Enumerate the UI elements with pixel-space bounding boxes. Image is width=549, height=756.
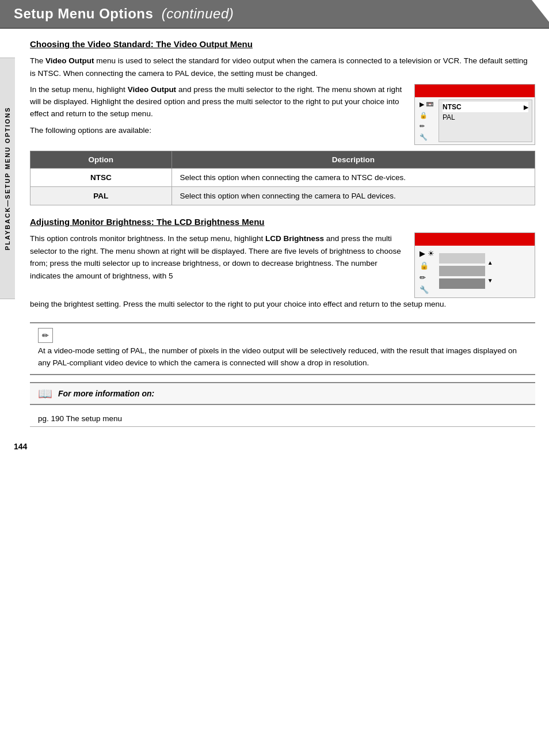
camera-ui-video-output: ▶ 📼 🔒 ✏ 🔧 (414, 84, 535, 145)
brightness-down-arrow[interactable]: ▼ (487, 277, 493, 284)
wrench-icon: 🔧 (420, 133, 428, 141)
lock-icon: 🔒 (420, 112, 428, 119)
brightness-arrows: ▲ ▼ (487, 259, 493, 284)
brightness-icon-pencil: ✏ (420, 273, 434, 282)
section1-para3: The following options are available: (30, 125, 405, 137)
note-text: At a video-mode setting of PAL, the numb… (38, 345, 527, 369)
sidebar-label: PLAYBACK—SETUP MENU OPTIONS (0, 58, 15, 299)
brightness-icons: ▶ ☀ 🔒 ✏ 🔧 (417, 248, 437, 295)
sidebar-label-text: PLAYBACK—SETUP MENU OPTIONS (4, 106, 11, 250)
more-info-box: 📖 For more information on: (30, 382, 535, 405)
icon-row-wrench: 🔧 (420, 133, 434, 141)
camera-ui-brightness: ▶ ☀ 🔒 ✏ 🔧 (414, 232, 535, 298)
ref-text: pg. 190 The setup menu (38, 414, 122, 423)
table-header-option: Option (30, 151, 172, 169)
page-number-text: 144 (14, 442, 27, 451)
brightness-lock-icon: 🔒 (420, 261, 429, 270)
section1-para2: In the setup menu, highlight Video Outpu… (30, 84, 405, 120)
brightness-pencil-icon: ✏ (420, 273, 426, 282)
options-table: Option Description NTSC Select this opti… (30, 151, 535, 205)
play-icon: ▶ (420, 101, 424, 108)
main-content: Choosing the Video Standard: The Video O… (16, 39, 549, 438)
section2-title-text: Adjusting Monitor Brightness: The LCD Br… (30, 217, 265, 227)
brightness-up-arrow[interactable]: ▲ (487, 259, 493, 266)
section1-para2-text: In the setup menu, highlight Video Outpu… (30, 84, 405, 137)
more-info-label: For more information on: (58, 389, 154, 398)
page-header: Setup Menu Options (continued) (0, 0, 549, 28)
brightness-icon-lock: 🔒 (420, 261, 434, 270)
ref-line: pg. 190 The setup menu (30, 411, 535, 427)
brightness-bar-1 (439, 253, 485, 264)
table-cell-desc-pal: Select this option when connecting the c… (171, 187, 535, 205)
note-box: ✏ At a video-mode setting of PAL, the nu… (30, 322, 535, 375)
section-video-output: Choosing the Video Standard: The Video O… (30, 39, 535, 205)
note-icon: ✏ (38, 328, 53, 343)
more-info-icon: 📖 (38, 387, 52, 400)
brightness-icon-play: ▶ ☀ (420, 249, 434, 258)
brightness-body: ▶ ☀ 🔒 ✏ 🔧 (415, 246, 535, 297)
brightness-bars (439, 253, 485, 290)
section1-title: Choosing the Video Standard: The Video O… (30, 39, 535, 49)
section1-para1: The Video Output menu is used to select … (30, 55, 535, 79)
page-number: 144 (0, 438, 549, 455)
section2-para1: This option controls monitor brightness.… (30, 232, 405, 282)
brightness-play-icon: ▶ (420, 249, 425, 258)
menu-item-ntsc: NTSC ▶ (443, 102, 528, 112)
table-cell-option-ntsc: NTSC (30, 169, 172, 187)
tape-icon: 📼 (426, 101, 434, 108)
table-header-description: Description (171, 151, 535, 169)
section1-title-text: Choosing the Video Standard: The Video O… (30, 39, 253, 49)
camera-icons: ▶ 📼 🔒 ✏ 🔧 (417, 100, 436, 142)
table-row: PAL Select this option when connecting t… (30, 187, 535, 205)
page-header-title: Setup Menu Options (continued) (14, 6, 234, 22)
icon-row-play: ▶ 📼 (420, 101, 434, 108)
brightness-bar-2 (439, 266, 485, 276)
section-lcd-brightness: Adjusting Monitor Brightness: The LCD Br… (30, 217, 535, 311)
header-subtitle-text: (continued) (162, 6, 234, 21)
section2-title: Adjusting Monitor Brightness: The LCD Br… (30, 217, 535, 227)
table-row: NTSC Select this option when connecting … (30, 169, 535, 187)
section2-body: This option controls monitor brightness.… (30, 232, 535, 298)
camera-ui-menu: NTSC ▶ PAL (439, 100, 532, 142)
pencil-icon: ✏ (420, 123, 425, 130)
brightness-icon-wrench: 🔧 (420, 285, 434, 294)
header-divider (0, 28, 549, 29)
brightness-sun-icon: ☀ (428, 249, 434, 258)
icon-row-pencil: ✏ (420, 123, 434, 130)
section2-para2: being the brightest setting. Press the m… (30, 298, 535, 311)
section2-text: This option controls monitor brightness.… (30, 232, 405, 287)
section1-body: In the setup menu, highlight Video Outpu… (30, 84, 535, 145)
icon-row-lock: 🔒 (420, 112, 434, 119)
menu-item-pal: PAL (443, 112, 528, 123)
brightness-right: ▲ ▼ (439, 248, 532, 295)
header-title-text: Setup Menu Options (14, 6, 153, 21)
brightness-wrench-icon: 🔧 (420, 285, 429, 294)
camera-ui-body: ▶ 📼 🔒 ✏ 🔧 (415, 97, 535, 144)
table-cell-option-pal: PAL (30, 187, 172, 205)
menu-arrow-ntsc: ▶ (524, 104, 528, 110)
table-cell-desc-ntsc: Select this option when connecting the c… (171, 169, 535, 187)
camera-ui-top-bar (415, 85, 535, 97)
note-box-header: ✏ (38, 328, 527, 343)
brightness-bar-3 (439, 278, 485, 289)
brightness-top-bar (415, 233, 535, 246)
